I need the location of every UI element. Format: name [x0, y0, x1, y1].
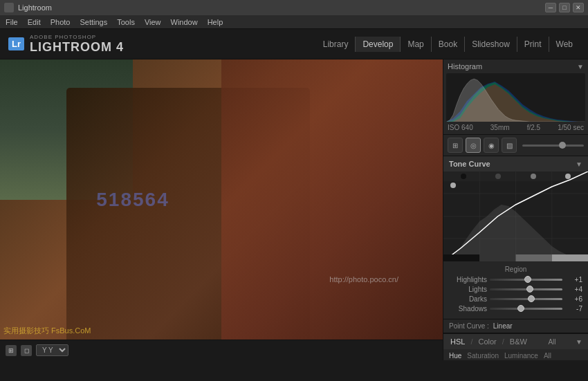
menu-bar: File Edit Photo Settings Tools View Wind… [0, 15, 588, 29]
darks-track[interactable] [490, 298, 562, 300]
lights-value: +4 [565, 286, 582, 293]
region-section: Region Highlights +1 Lights +4 Dark [443, 261, 588, 319]
top-header: Lr ADOBE PHOTOSHOP LIGHTROOM 4 Library D… [0, 29, 588, 59]
hsl-sub-tabs: Hue Saturation Luminance All [449, 352, 582, 360]
app-icon [4, 3, 14, 12]
shadows-value: -7 [565, 305, 582, 313]
window-title: Lightroom [18, 3, 52, 12]
tool-slider-track[interactable] [522, 145, 584, 147]
point-curve-label: Point Curve : [449, 322, 489, 330]
right-panel: Histogram ▼ [443, 59, 588, 360]
hsl-arrow[interactable]: ▼ [576, 338, 582, 346]
nav-book[interactable]: Book [432, 37, 465, 52]
point-curve-row: Point Curve : Linear [443, 319, 588, 333]
minimize-button[interactable]: ─ [545, 3, 556, 12]
menu-help[interactable]: Help [208, 18, 223, 26]
highlights-label: Highlights [449, 276, 487, 284]
darks-row: Darks +6 [449, 295, 582, 303]
shutter-value: 1/50 sec [558, 124, 584, 131]
loupe-view-icon[interactable]: ◻ [21, 345, 32, 356]
title-bar: Lightroom ─ □ ✕ [0, 0, 588, 15]
photo-display: 518564 http://photo.poco.cn/ 实用摄影技巧 FsBu… [0, 59, 443, 340]
darks-label: Darks [449, 295, 487, 303]
menu-file[interactable]: File [6, 18, 18, 26]
nav-develop[interactable]: Develop [356, 37, 401, 52]
highlights-row: Highlights +1 [449, 276, 582, 284]
svg-rect-7 [479, 254, 515, 261]
lights-row: Lights +4 [449, 286, 582, 293]
tone-curve-title: Tone Curve [449, 160, 490, 168]
hsl-divider-1: / [470, 337, 472, 346]
tone-curve-canvas[interactable] [443, 171, 588, 261]
logo-area: Lr ADOBE PHOTOSHOP LIGHTROOM 4 [8, 34, 124, 55]
hsl-all-label[interactable]: All [548, 338, 555, 346]
lr-badge: Lr [8, 37, 24, 50]
highlights-track[interactable] [490, 279, 562, 281]
hsl-sub-all[interactable]: All [544, 352, 551, 360]
hsl-sub-hue[interactable]: Hue [449, 352, 461, 360]
aperture-value: f/2.5 [527, 124, 540, 131]
photo-container: 518564 http://photo.poco.cn/ 实用摄影技巧 FsBu… [0, 59, 443, 340]
tone-curve-grid [443, 171, 588, 261]
menu-photo[interactable]: Photo [50, 18, 71, 26]
lights-label: Lights [449, 286, 487, 293]
iso-value: ISO 640 [448, 124, 473, 131]
zoom-dropdown[interactable]: Y Y [36, 344, 68, 356]
logo-text: ADOBE PHOTOSHOP LIGHTROOM 4 [30, 34, 124, 55]
hsl-sub-luminance[interactable]: Luminance [504, 352, 538, 360]
lights-track[interactable] [490, 288, 562, 290]
highlights-thumb[interactable] [524, 276, 531, 283]
photo-bottom-bar: ⊞ ◻ Y Y [0, 340, 443, 360]
nav-web[interactable]: Web [549, 37, 580, 52]
adobe-label: ADOBE PHOTOSHOP [30, 34, 124, 40]
hsl-tab-hsl[interactable]: HSL [449, 337, 466, 346]
nav-map[interactable]: Map [401, 37, 431, 52]
menu-window[interactable]: Window [171, 18, 198, 26]
tool-slider-area [522, 145, 584, 147]
darks-thumb[interactable] [528, 295, 535, 302]
region-title: Region [449, 266, 582, 273]
nav-print[interactable]: Print [517, 37, 549, 52]
crop-tool[interactable]: ⊞ [448, 138, 463, 153]
heal-tool[interactable]: ◎ [466, 138, 481, 153]
shadows-track[interactable] [490, 308, 562, 310]
histogram-section: Histogram ▼ [443, 59, 588, 135]
redeye-tool[interactable]: ◉ [484, 138, 499, 153]
hsl-content: Hue Saturation Luminance All Red 0 [443, 349, 588, 360]
grid-view-icon[interactable]: ⊞ [6, 345, 17, 356]
watermark-1: 518564 [96, 189, 169, 211]
maximize-button[interactable]: □ [559, 3, 570, 12]
window-controls[interactable]: ─ □ ✕ [545, 3, 584, 12]
histogram-svg [446, 73, 585, 122]
bottom-left: ⊞ ◻ Y Y [6, 344, 68, 356]
point-curve-value[interactable]: Linear [493, 322, 513, 330]
hsl-tab-color[interactable]: Color [477, 337, 497, 346]
lens-value: 35mm [490, 124, 510, 131]
histogram-arrow[interactable]: ▼ [577, 63, 584, 71]
darks-value: +6 [565, 295, 582, 303]
close-button[interactable]: ✕ [573, 3, 584, 12]
main-content: 518564 http://photo.poco.cn/ 实用摄影技巧 FsBu… [0, 59, 588, 360]
tool-row: ⊞ ◎ ◉ ▨ [443, 135, 588, 156]
histogram-canvas [446, 73, 585, 122]
tone-curve-header[interactable]: Tone Curve ▼ [443, 156, 588, 171]
hsl-tab-bw[interactable]: B&W [508, 337, 529, 346]
nav-slideshow[interactable]: Slideshow [465, 37, 517, 52]
tool-slider-thumb[interactable] [559, 142, 566, 149]
hsl-sub-saturation[interactable]: Saturation [467, 352, 499, 360]
menu-view[interactable]: View [145, 18, 161, 26]
hsl-header: HSL / Color / B&W All ▼ [443, 334, 588, 349]
menu-tools[interactable]: Tools [117, 18, 135, 26]
svg-rect-9 [552, 254, 588, 261]
menu-settings[interactable]: Settings [80, 18, 107, 26]
filter-tool[interactable]: ▨ [502, 138, 517, 153]
watermark-3: 实用摄影技巧 FsBus.CoM [3, 326, 91, 336]
lights-thumb[interactable] [526, 286, 533, 292]
nav-links: Library Develop Map Book Slideshow Print… [316, 37, 580, 52]
menu-edit[interactable]: Edit [28, 18, 41, 26]
nav-library[interactable]: Library [316, 37, 356, 52]
shadows-label: Shadows [449, 305, 487, 313]
photo-area: 518564 http://photo.poco.cn/ 实用摄影技巧 FsBu… [0, 59, 443, 360]
shadows-thumb[interactable] [517, 305, 524, 312]
svg-rect-6 [443, 254, 479, 261]
